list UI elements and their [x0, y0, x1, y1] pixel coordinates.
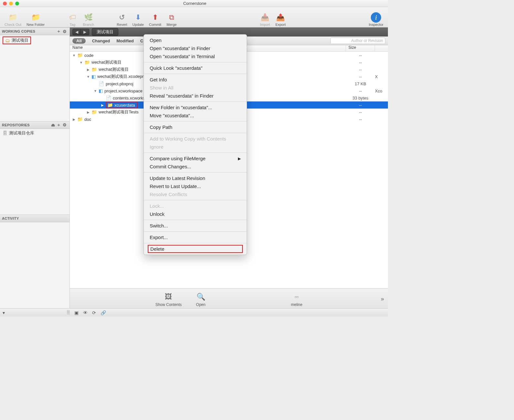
- search-input[interactable]: Author or Revision: [330, 37, 385, 44]
- checkout-button[interactable]: 📁Check Out: [3, 8, 23, 26]
- nav-back-button[interactable]: ◀: [72, 29, 81, 35]
- sidebar-item-working-copy[interactable]: 🗂测试项目: [0, 35, 70, 46]
- menu-resolve: Resolve Conflicts: [144, 190, 247, 198]
- filter-modified[interactable]: Modified: [116, 38, 134, 43]
- checkout-icon: 📁: [8, 12, 18, 23]
- title-bar: Cornerstone: [0, 0, 388, 7]
- repositories-header: REPOSITORIES ⏏ ＋ ⚙︎: [0, 121, 70, 129]
- window-title: Cornerstone: [2, 1, 388, 6]
- import-icon: 📥: [260, 12, 270, 23]
- tag-button[interactable]: 🏷Tag: [65, 8, 80, 26]
- folder-icon: 📁: [84, 60, 90, 65]
- import-button[interactable]: 📥Import: [258, 8, 272, 26]
- xcworkspace-icon: ◧: [99, 88, 103, 93]
- menu-getinfo[interactable]: Get Info: [144, 76, 247, 84]
- merge-button[interactable]: ⧉Merge: [165, 8, 179, 26]
- timeline-button[interactable]: ⎓meline: [291, 292, 302, 307]
- inspector-icon: i: [371, 12, 381, 23]
- repo-eject-button[interactable]: ⏏: [50, 122, 56, 127]
- menu-commit[interactable]: Commit Changes...: [144, 163, 247, 171]
- menu-compare[interactable]: Compare using FileMerge▶: [144, 154, 247, 163]
- context-menu: Open Open "xcuserdata" in Finder Open "x…: [144, 34, 247, 255]
- refresh-icon[interactable]: ⟳: [92, 310, 96, 315]
- add-repo-button[interactable]: ＋: [56, 122, 62, 128]
- merge-icon: ⧉: [166, 12, 177, 23]
- xcodeproj-icon: ◧: [91, 74, 96, 79]
- working-copy-icon: 🗂: [5, 38, 10, 43]
- menu-open[interactable]: Open: [144, 36, 247, 44]
- tray-icon[interactable]: ▾: [3, 310, 5, 315]
- branch-icon: 🌿: [83, 12, 94, 23]
- filter-conflicts[interactable]: C: [140, 38, 143, 43]
- menu-open-terminal[interactable]: Open "xcuserdata" in Terminal: [144, 52, 247, 60]
- new-folder-icon: 📁: [30, 12, 41, 23]
- new-folder-button[interactable]: 📁New Folder: [25, 8, 47, 26]
- magnifier-icon: 🔍: [196, 292, 206, 302]
- revert-icon: ↺: [117, 12, 127, 23]
- working-copy-gear-button[interactable]: ⚙︎: [62, 29, 68, 34]
- menu-revert[interactable]: Revert to Last Update...: [144, 182, 247, 190]
- show-contents-icon: 🖼: [164, 292, 173, 302]
- menu-showinall: Show in All: [144, 84, 247, 92]
- export-icon: 📤: [275, 12, 286, 23]
- menu-switch[interactable]: Switch...: [144, 222, 247, 230]
- nav-forward-button[interactable]: ▶: [81, 29, 89, 35]
- folder-icon: 📁: [107, 102, 113, 108]
- commit-icon: ⬆: [150, 12, 160, 23]
- menu-copypath[interactable]: Copy Path: [144, 123, 247, 131]
- filter-all[interactable]: All: [72, 38, 86, 44]
- menu-lock: Lock...: [144, 202, 247, 210]
- tag-icon: 🏷: [67, 12, 78, 23]
- revert-button[interactable]: ↺Revert: [115, 8, 129, 26]
- menu-addwc: Add to Working Copy with Contents: [144, 135, 247, 143]
- update-icon: ⬇: [133, 12, 143, 23]
- breadcrumb[interactable]: 测试项目: [92, 28, 118, 36]
- inspector-button[interactable]: iInspector: [367, 8, 385, 26]
- sidebar-toggle-icon[interactable]: ⦙⦙⦙: [67, 310, 70, 315]
- collapse-icon[interactable]: ▣: [74, 310, 79, 315]
- menu-newfolder[interactable]: New Folder in "xcuserdata"...: [144, 103, 247, 111]
- link-icon[interactable]: 🔗: [101, 310, 106, 315]
- menu-open-finder[interactable]: Open "xcuserdata" in Finder: [144, 44, 247, 52]
- col-kind[interactable]: [375, 45, 388, 51]
- menu-export[interactable]: Export...: [144, 233, 247, 241]
- repo-gear-button[interactable]: ⚙︎: [62, 122, 68, 127]
- menu-delete[interactable]: Delete: [148, 245, 243, 253]
- folder-icon: 📁: [77, 53, 83, 58]
- menu-move[interactable]: Move "xcuserdata"...: [144, 111, 247, 120]
- database-icon: 🗄: [3, 131, 7, 136]
- status-bar: ▾ ⦙⦙⦙ ▣ 👁 ⟳ 🔗: [0, 308, 388, 317]
- main-footer: 🖼Show Contents 🔍Open ⎓meline »: [70, 288, 388, 308]
- menu-unlock[interactable]: Unlock: [144, 210, 247, 218]
- folder-icon: 📁: [91, 67, 97, 72]
- menu-quicklook[interactable]: Quick Look "xcuserdata": [144, 64, 247, 72]
- toolbar: 📁Check Out 📁New Folder 🏷Tag 🌿Branch ↺Rev…: [0, 7, 388, 27]
- sidebar-item-repository[interactable]: 🗄测试项目仓库: [0, 129, 70, 137]
- filter-changed[interactable]: Changed: [92, 38, 110, 43]
- file-icon: 📄: [106, 95, 111, 100]
- add-working-copy-button[interactable]: ＋: [56, 28, 62, 34]
- sidebar: WORKING COPIES ＋ ⚙︎ 🗂测试项目 REPOSITORIES ⏏…: [0, 27, 70, 308]
- menu-update[interactable]: Update to Latest Revision: [144, 174, 247, 182]
- activity-header: ACTIVITY: [0, 215, 70, 222]
- branch-button[interactable]: 🌿Branch: [81, 8, 96, 26]
- col-size[interactable]: Size: [346, 45, 375, 51]
- submenu-arrow-icon: ▶: [238, 156, 241, 161]
- export-button[interactable]: 📤Export: [273, 8, 288, 26]
- show-contents-button[interactable]: 🖼Show Contents: [155, 292, 182, 307]
- commit-button[interactable]: ⬆Commit: [147, 8, 163, 26]
- file-icon: 📄: [99, 81, 104, 86]
- more-button[interactable]: »: [381, 296, 385, 302]
- open-button[interactable]: 🔍Open: [196, 292, 206, 307]
- folder-icon: 📁: [91, 110, 97, 115]
- folder-icon: 📁: [77, 117, 83, 122]
- eye-icon[interactable]: 👁: [83, 310, 88, 315]
- timeline-icon: ⎓: [292, 292, 302, 302]
- menu-ignore: Ignore: [144, 143, 247, 151]
- menu-reveal[interactable]: Reveal "xcuserdata" in Finder: [144, 92, 247, 100]
- update-button[interactable]: ⬇Update: [130, 8, 145, 26]
- working-copies-header: WORKING COPIES ＋ ⚙︎: [0, 27, 70, 35]
